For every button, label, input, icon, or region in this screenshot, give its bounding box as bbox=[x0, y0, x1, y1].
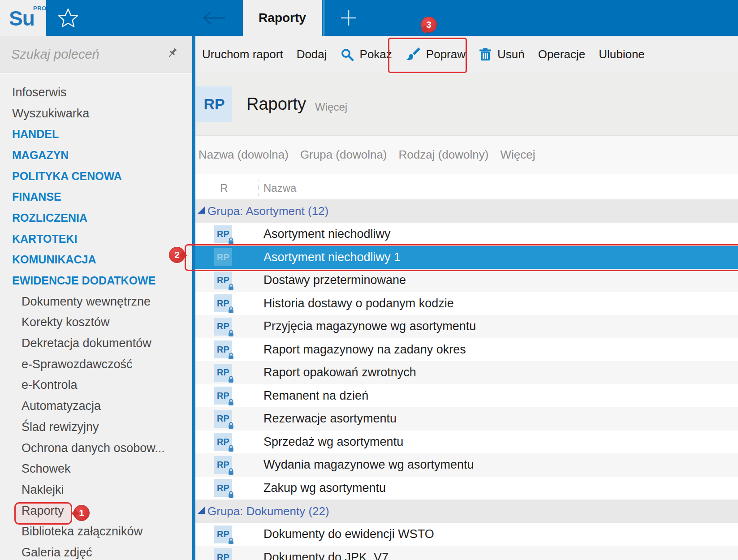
toolbar-button-uruchom-raport[interactable]: Uruchom raport bbox=[195, 36, 290, 73]
command-search-input[interactable]: Szukaj poleceń bbox=[0, 36, 192, 73]
trash-icon bbox=[479, 48, 492, 61]
app-logo[interactable]: Su PRO bbox=[0, 0, 46, 36]
toolbar-button-operacje[interactable]: Operacje bbox=[531, 36, 592, 73]
report-name: Dokumenty do JPK_V7 bbox=[263, 551, 388, 560]
sidebar-item-komunikacja[interactable]: KOMUNIKACJA bbox=[0, 250, 192, 271]
report-icon: RP bbox=[214, 248, 232, 266]
group-header-row[interactable]: Grupa: Dokumenty (22) bbox=[195, 500, 738, 523]
table-row-raport-magazynowy-na-zadany-okres[interactable]: RP Raport magazynowy na zadany okres bbox=[195, 338, 738, 362]
toolbar: Uruchom raport Dodaj Pokaż Popraw Usuń O… bbox=[195, 36, 738, 73]
lock-icon bbox=[228, 352, 234, 360]
table-header: R Nazwa bbox=[195, 177, 738, 199]
content-header: RP Raporty Więcej bbox=[195, 73, 738, 135]
sidebar-item-raporty[interactable]: Raporty bbox=[0, 500, 192, 521]
table-row-dostawy-przeterminowane[interactable]: RP Dostawy przeterminowane bbox=[195, 269, 738, 292]
filter-grupa[interactable]: Grupa (dowolna) bbox=[300, 148, 387, 162]
report-name: Przyjęcia magazynowe wg asortymentu bbox=[263, 319, 476, 333]
report-list: R Nazwa Grupa: Asortyment (12) RP Asorty… bbox=[195, 177, 738, 560]
sidebar-item-magazyn[interactable]: MAGAZYN bbox=[0, 145, 192, 166]
group-label: Grupa: Asortyment (12) bbox=[207, 204, 328, 218]
sidebar-item-e-kontrola[interactable]: e-Kontrola bbox=[0, 375, 192, 396]
toolbar-button-dodaj[interactable]: Dodaj bbox=[290, 36, 334, 73]
table-row-historia-dostawy-o-podanym-kodzie[interactable]: RP Historia dostawy o podanym kodzie bbox=[195, 292, 738, 315]
report-icon: RP bbox=[214, 225, 232, 243]
report-icon: RP bbox=[214, 548, 232, 560]
report-icon: RP bbox=[214, 433, 232, 451]
sidebar-item-ochrona-danych-osobow[interactable]: Ochrona danych osobow... bbox=[0, 438, 192, 459]
filter-rodzaj[interactable]: Rodzaj (dowolny) bbox=[399, 148, 489, 162]
sidebar-item-naklejki[interactable]: Naklejki bbox=[0, 479, 192, 500]
filter-more[interactable]: Więcej bbox=[500, 148, 535, 162]
table-row-remanent-na-dzień[interactable]: RP Remanent na dzień bbox=[195, 384, 738, 408]
report-icon: RP bbox=[214, 364, 232, 382]
tab-raporty[interactable]: Raporty bbox=[243, 0, 322, 36]
report-icon: RP bbox=[214, 456, 232, 474]
sidebar-item-automatyzacja[interactable]: Automatyzacja bbox=[0, 396, 192, 417]
header-more-link[interactable]: Więcej bbox=[315, 101, 347, 113]
new-tab-plus-icon[interactable] bbox=[338, 8, 359, 28]
report-icon: RP bbox=[214, 526, 232, 543]
report-icon: RP bbox=[214, 479, 232, 497]
report-icon: RP bbox=[214, 271, 232, 289]
group-header-row[interactable]: Grupa: Asortyment (12) bbox=[195, 199, 738, 223]
column-header-nazwa[interactable]: Nazwa bbox=[263, 177, 296, 199]
brush-icon bbox=[406, 47, 420, 61]
module-badge: RP bbox=[196, 86, 232, 122]
column-separator bbox=[258, 180, 259, 196]
table-row-asortyment-niechodliwy[interactable]: RP Asortyment niechodliwy bbox=[195, 223, 738, 246]
back-arrow-icon[interactable] bbox=[201, 11, 227, 25]
table-row-dokumenty-do-jpk-v7[interactable]: RP Dokumenty do JPK_V7 bbox=[195, 546, 738, 560]
table-row-rezerwacje-asortymentu[interactable]: RP Rezerwacje asortymentu bbox=[195, 407, 738, 431]
table-row-raport-opakowań-zwrotnych[interactable]: RP Raport opakowań zwrotnych bbox=[195, 361, 738, 384]
table-row-wydania-magazynowe-wg-asortymentu[interactable]: RP Wydania magazynowe wg asortymentu bbox=[195, 453, 738, 477]
table-row-przyjęcia-magazynowe-wg-asortymentu[interactable]: RP Przyjęcia magazynowe wg asortymentu bbox=[195, 315, 738, 338]
report-name: Asortyment niechodliwy 1 bbox=[263, 250, 401, 264]
table-row-sprzedaż-wg-asortymentu[interactable]: RP Sprzedaż wg asortymentu bbox=[195, 431, 738, 454]
sidebar-item-rozliczenia[interactable]: ROZLICZENIA bbox=[0, 207, 192, 228]
lock-icon bbox=[228, 283, 234, 291]
sidebar-item-ewidencje-dodatkowe[interactable]: EWIDENCJE DODATKOWE bbox=[0, 270, 192, 291]
report-icon: RP bbox=[214, 340, 232, 358]
toolbar-button-popraw[interactable]: Popraw bbox=[399, 36, 472, 73]
search-placeholder: Szukaj poleceń bbox=[11, 47, 167, 62]
sidebar-nav: InfoserwisWyszukiwarkaHANDELMAGAZYNPOLIT… bbox=[0, 73, 192, 560]
lock-icon bbox=[228, 306, 234, 314]
sidebar-item-schowek[interactable]: Schowek bbox=[0, 458, 192, 479]
report-name: Zakup wg asortymentu bbox=[263, 481, 386, 495]
table-row-zakup-wg-asortymentu[interactable]: RP Zakup wg asortymentu bbox=[195, 477, 738, 500]
sidebar-item-dokumenty-wewnętrzne[interactable]: Dokumenty wewnętrzne bbox=[0, 291, 192, 312]
sidebar-item-finanse[interactable]: FINANSE bbox=[0, 186, 192, 207]
report-name: Raport opakowań zwrotnych bbox=[263, 366, 416, 379]
favorites-star-icon[interactable] bbox=[57, 7, 79, 29]
report-name: Wydania magazynowe wg asortymentu bbox=[263, 458, 474, 472]
lock-icon bbox=[228, 329, 234, 337]
pin-icon[interactable] bbox=[167, 47, 179, 61]
lock-icon bbox=[228, 491, 234, 498]
report-name: Remanent na dzień bbox=[263, 389, 368, 403]
toolbar-button-pokaż[interactable]: Pokaż bbox=[334, 36, 399, 73]
table-row-dokumenty-do-ewidencji-wsto[interactable]: RP Dokumenty do ewidencji WSTO bbox=[195, 523, 738, 546]
column-header-r[interactable]: R bbox=[211, 177, 237, 199]
sidebar-item-biblioteka-załączników[interactable]: Biblioteka załączników bbox=[0, 521, 192, 542]
sidebar-item-infoserwis[interactable]: Infoserwis bbox=[0, 82, 192, 103]
sidebar-item-handel[interactable]: HANDEL bbox=[0, 124, 192, 145]
sidebar-item-dekretacja-dokumentów[interactable]: Dekretacja dokumentów bbox=[0, 333, 192, 354]
sidebar-item-korekty-kosztów[interactable]: Korekty kosztów bbox=[0, 312, 192, 333]
lock-icon bbox=[228, 468, 234, 475]
sidebar-item-kartoteki[interactable]: KARTOTEKI bbox=[0, 228, 192, 250]
sidebar-item-wyszukiwarka[interactable]: Wyszukiwarka bbox=[0, 103, 192, 124]
sidebar-item-polityka-cenowa[interactable]: POLITYKA CENOWA bbox=[0, 166, 192, 187]
sidebar-item-galeria-zdjęć[interactable]: Galeria zdjęć bbox=[0, 542, 192, 560]
toolbar-button-ulubione[interactable]: Ulubione bbox=[592, 36, 652, 73]
filter-nazwa[interactable]: Nazwa (dowolna) bbox=[199, 148, 289, 162]
sidebar-item-e-sprawozdawczość[interactable]: e-Sprawozdawczość bbox=[0, 354, 192, 375]
lock-icon bbox=[228, 237, 234, 245]
toolbar-button-usuń[interactable]: Usuń bbox=[472, 36, 531, 73]
report-name: Sprzedaż wg asortymentu bbox=[263, 435, 403, 449]
sidebar-item-ślad-rewizyjny[interactable]: Ślad rewizyjny bbox=[0, 417, 192, 438]
table-row-asortyment-niechodliwy-1[interactable]: RP Asortyment niechodliwy 1 bbox=[195, 246, 738, 269]
sidebar-divider[interactable] bbox=[192, 36, 195, 560]
report-name: Dostawy przeterminowane bbox=[263, 273, 406, 287]
lock-icon bbox=[228, 398, 234, 406]
report-icon: RP bbox=[214, 294, 232, 312]
